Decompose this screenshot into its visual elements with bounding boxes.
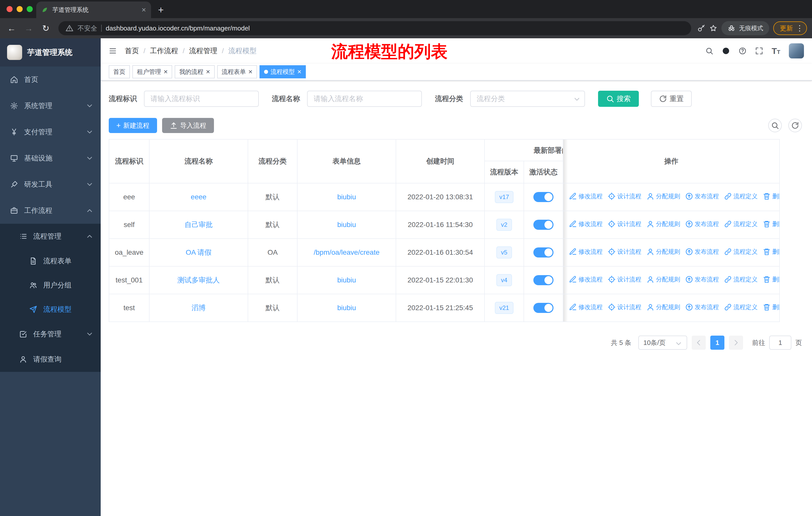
active-toggle[interactable]: [533, 275, 553, 285]
sidebar-item[interactable]: 流程管理: [0, 224, 101, 249]
form-info-link[interactable]: /bpm/oa/leave/create: [314, 248, 380, 256]
tag[interactable]: 流程模型×: [260, 65, 306, 78]
form-info-link[interactable]: biubiu: [337, 221, 356, 228]
edit-action-link[interactable]: 修改流程: [569, 192, 603, 200]
sidebar-logo[interactable]: 芋道管理系统: [0, 38, 101, 66]
search-button[interactable]: 搜索: [598, 91, 639, 107]
design-action-link[interactable]: 设计流程: [608, 275, 641, 283]
delete-action-link[interactable]: 删除: [763, 220, 780, 228]
active-toggle[interactable]: [533, 220, 553, 230]
form-info-link[interactable]: biubiu: [337, 304, 356, 312]
sidebar-item[interactable]: 请假查询: [0, 347, 101, 372]
menu-kebab-icon[interactable]: ⋮: [796, 24, 804, 32]
reload-button[interactable]: ↻: [39, 23, 52, 33]
model-name-link[interactable]: OA 请假: [186, 248, 212, 256]
prev-page-button[interactable]: [692, 335, 706, 350]
update-button[interactable]: 更新 ⋮: [773, 21, 807, 35]
assign-action-link[interactable]: 分配规则: [646, 220, 680, 228]
tag[interactable]: 首页: [109, 65, 130, 78]
close-tab-icon[interactable]: ×: [141, 6, 146, 13]
assign-action-link[interactable]: 分配规则: [646, 303, 680, 311]
active-toggle[interactable]: [533, 247, 553, 257]
form-info-link[interactable]: biubiu: [337, 193, 356, 201]
hamburger-icon[interactable]: [109, 47, 117, 55]
category-select[interactable]: [470, 91, 585, 107]
publish-action-link[interactable]: 发布流程: [685, 220, 719, 228]
sidebar-item[interactable]: 流程模型: [0, 297, 101, 322]
sidebar-item[interactable]: 工作流程: [0, 197, 101, 224]
publish-action-link[interactable]: 发布流程: [685, 248, 719, 256]
close-icon[interactable]: ×: [297, 68, 301, 75]
close-window-button[interactable]: [6, 6, 12, 12]
refresh-table-button[interactable]: [788, 119, 802, 132]
reset-button[interactable]: 重置: [651, 91, 692, 107]
design-action-link[interactable]: 设计流程: [608, 303, 641, 311]
goto-page-input[interactable]: [769, 335, 791, 350]
model-name-link[interactable]: eeee: [191, 193, 206, 201]
model-name-link[interactable]: 滔博: [192, 304, 206, 312]
form-info-link[interactable]: biubiu: [337, 276, 356, 284]
edit-action-link[interactable]: 修改流程: [569, 220, 603, 228]
version-badge[interactable]: v5: [496, 246, 512, 258]
assign-action-link[interactable]: 分配规则: [646, 192, 680, 200]
avatar[interactable]: [789, 43, 804, 58]
edit-action-link[interactable]: 修改流程: [569, 248, 603, 256]
sidebar-item[interactable]: 研发工具: [0, 171, 101, 197]
version-badge[interactable]: v21: [495, 302, 514, 314]
page-size-select[interactable]: 10条/页: [638, 335, 687, 350]
design-action-link[interactable]: 设计流程: [608, 220, 641, 228]
search-icon[interactable]: [705, 47, 713, 55]
minimize-window-button[interactable]: [17, 6, 23, 12]
create-process-button[interactable]: + 新建流程: [109, 118, 157, 133]
font-size-icon[interactable]: TT: [772, 47, 780, 55]
github-icon[interactable]: [722, 47, 730, 55]
definition-action-link[interactable]: 流程定义: [724, 275, 758, 283]
close-icon[interactable]: ×: [164, 68, 168, 75]
sidebar-item[interactable]: 首页: [0, 66, 101, 93]
definition-action-link[interactable]: 流程定义: [724, 220, 758, 228]
tag[interactable]: 流程表单×: [217, 65, 257, 78]
sidebar-item[interactable]: 任务管理: [0, 322, 101, 347]
sidebar-item[interactable]: 流程表单: [0, 249, 101, 273]
version-badge[interactable]: v17: [495, 191, 514, 203]
zoom-window-button[interactable]: [27, 6, 33, 12]
version-badge[interactable]: v4: [496, 274, 512, 286]
browser-tab[interactable]: 芋道管理系统 ×: [36, 1, 151, 18]
sidebar-item[interactable]: 用户分组: [0, 273, 101, 297]
new-tab-button[interactable]: +: [158, 5, 164, 15]
tag[interactable]: 租户管理×: [133, 65, 172, 78]
category-select-input[interactable]: [470, 91, 585, 107]
publish-action-link[interactable]: 发布流程: [685, 275, 719, 283]
close-icon[interactable]: ×: [249, 68, 253, 75]
bookmark-star-icon[interactable]: [709, 24, 717, 32]
key-icon[interactable]: [697, 24, 705, 32]
edit-action-link[interactable]: 修改流程: [569, 303, 603, 311]
definition-action-link[interactable]: 流程定义: [724, 248, 758, 256]
assign-action-link[interactable]: 分配规则: [646, 248, 680, 256]
model-name-link[interactable]: 自己审批: [184, 221, 213, 228]
delete-action-link[interactable]: 删除: [763, 275, 780, 283]
back-button[interactable]: ←: [5, 23, 18, 33]
delete-action-link[interactable]: 删除: [763, 248, 780, 256]
delete-action-link[interactable]: 删除: [763, 303, 780, 311]
assign-action-link[interactable]: 分配规则: [646, 275, 680, 283]
fullscreen-icon[interactable]: [755, 47, 763, 55]
delete-action-link[interactable]: 删除: [763, 192, 780, 200]
current-page[interactable]: 1: [710, 335, 724, 350]
publish-action-link[interactable]: 发布流程: [685, 192, 719, 200]
active-toggle[interactable]: [533, 303, 553, 313]
definition-action-link[interactable]: 流程定义: [724, 303, 758, 311]
design-action-link[interactable]: 设计流程: [608, 248, 641, 256]
next-page-button[interactable]: [729, 335, 743, 350]
toggle-search-button[interactable]: [768, 119, 782, 132]
edit-action-link[interactable]: 修改流程: [569, 275, 603, 283]
publish-action-link[interactable]: 发布流程: [685, 303, 719, 311]
tag[interactable]: 我的流程×: [175, 65, 214, 78]
process-name-input[interactable]: [307, 91, 422, 107]
forward-button[interactable]: →: [22, 23, 35, 33]
close-icon[interactable]: ×: [206, 68, 210, 75]
address-bar[interactable]: 不安全 dashboard.yudao.iocoder.cn/bpm/manag…: [58, 21, 691, 35]
model-name-link[interactable]: 测试多审批人: [177, 276, 220, 284]
process-key-input[interactable]: [144, 91, 259, 107]
active-toggle[interactable]: [533, 192, 553, 202]
